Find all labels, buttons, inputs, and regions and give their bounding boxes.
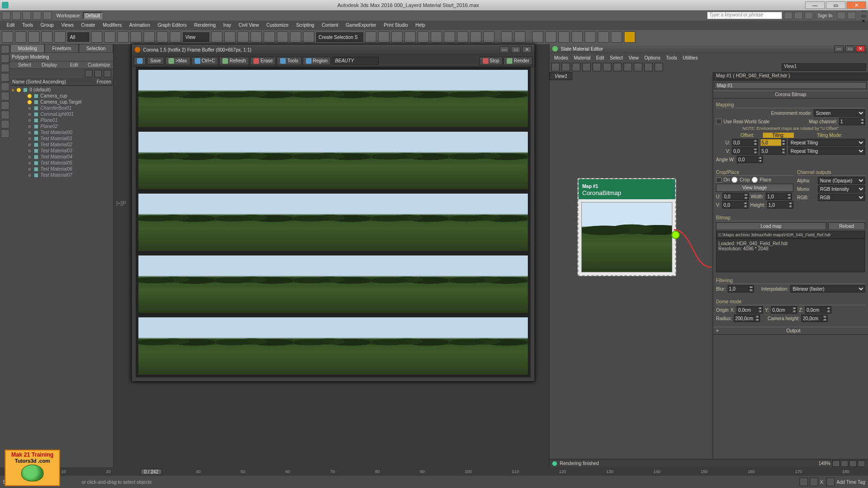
list-header-name[interactable]: Name (Sorted Ascending) (12, 79, 97, 84)
explorer-menu-display[interactable]: Display (37, 62, 62, 68)
explorer-menu-edit[interactable]: Edit (62, 62, 87, 68)
fb-stop-button[interactable]: Stop (480, 57, 503, 65)
render-prod-icon[interactable] (483, 31, 495, 43)
spinner-snap-icon[interactable] (290, 31, 301, 43)
u-tiling-mode-dropdown[interactable]: Repeat Tiling (788, 139, 865, 146)
bulb-icon[interactable] (27, 149, 32, 153)
tree-item[interactable]: Plane01 (10, 117, 113, 123)
corona-frame-buffer-window[interactable]: Corona 1.5 (hotfix 2) Frame Buffer (800×… (131, 44, 535, 382)
fb-region-button[interactable]: Region (303, 57, 331, 65)
qa-save-icon[interactable] (23, 11, 31, 20)
bitmap-path[interactable]: C:\Maps archivio 3dmax\hdri maps\HDR_040… (716, 231, 865, 239)
rws-checkbox[interactable] (716, 119, 722, 124)
tree-item[interactable]: Camera_cup (10, 93, 113, 99)
strip-btn[interactable] (1, 101, 9, 110)
bulb-icon[interactable] (16, 88, 21, 92)
bulb-icon[interactable] (27, 155, 32, 159)
menu-group[interactable]: Group (37, 21, 58, 30)
sme-menu-modes[interactable]: Modes (551, 55, 571, 60)
u-tiling-spinner[interactable] (761, 140, 781, 145)
lock-panel-icon[interactable] (94, 70, 102, 77)
rendered-frame-icon[interactable] (470, 31, 481, 43)
signin-link[interactable]: Sign In (818, 13, 832, 18)
sme-bg-icon[interactable] (624, 63, 632, 71)
link-icon[interactable] (28, 31, 39, 43)
v-offset-spinner[interactable] (732, 149, 753, 154)
viewport-label[interactable]: [+][P (116, 201, 126, 206)
interp-dropdown[interactable]: Bilinear (faster) (790, 285, 865, 293)
sme-sample-icon[interactable] (613, 63, 622, 71)
tree-item[interactable]: Test Material04 (10, 154, 113, 160)
sme-assign-icon[interactable] (562, 63, 570, 71)
reload-button[interactable]: Reload (828, 222, 866, 230)
render-icon[interactable] (514, 31, 525, 43)
menu-create[interactable]: Create (77, 21, 99, 30)
ribbon-tab-freeform[interactable]: Freeform (45, 44, 79, 53)
schematic-icon[interactable] (431, 31, 442, 43)
menu-gameexporter[interactable]: GameExporter (342, 21, 380, 30)
particle-icon[interactable] (598, 31, 609, 43)
help-icon[interactable] (847, 12, 856, 19)
qa-new-icon[interactable] (2, 11, 10, 20)
region-render-icon[interactable] (501, 31, 512, 43)
infocenter-icon[interactable] (784, 12, 792, 19)
community-icon[interactable] (794, 12, 803, 19)
tree-item[interactable]: Test Material02 (10, 142, 113, 148)
sme-nav-icon[interactable] (655, 63, 663, 71)
u-offset-spinner[interactable] (732, 140, 753, 145)
move-icon[interactable] (144, 31, 155, 43)
angle-snap-icon[interactable] (264, 31, 275, 43)
sme-menu-utilities[interactable]: Utilities (680, 55, 700, 60)
origin-z-spinner[interactable] (806, 308, 826, 313)
tree-item[interactable]: Test Material05 (10, 160, 113, 166)
scale-icon[interactable] (170, 31, 181, 43)
sme-nav-icon[interactable] (832, 460, 840, 467)
select-rect-icon[interactable] (117, 31, 129, 43)
sme-view-dropdown[interactable]: View1 (782, 63, 866, 71)
manip-icon[interactable] (224, 31, 236, 43)
snap-icon[interactable] (810, 478, 818, 486)
env-mode-dropdown[interactable]: Screen (814, 109, 865, 117)
blur-spinner[interactable] (728, 286, 749, 292)
crop-on-checkbox[interactable] (716, 177, 722, 183)
strip-btn[interactable] (1, 83, 9, 91)
crop-u-spinner[interactable] (723, 194, 744, 199)
bulb-icon[interactable] (27, 167, 32, 172)
alpha-dropdown[interactable]: None (Opaque) (818, 177, 865, 184)
rollup-corona-bitmap[interactable]: Corona Bitmap (713, 90, 868, 98)
named-selection-dropdown[interactable]: Create Selection S (316, 32, 363, 42)
bulb-icon[interactable] (27, 130, 32, 135)
qa-open-icon[interactable] (12, 11, 21, 20)
fb-min-button[interactable]: — (500, 46, 509, 53)
sme-min-button[interactable]: — (834, 45, 844, 52)
fb-tomax-button[interactable]: >Max (165, 57, 190, 65)
bulb-icon[interactable] (27, 94, 32, 98)
v-tiling-mode-dropdown[interactable]: Repeat Tiling (788, 147, 865, 155)
anglew-spinner[interactable] (737, 157, 758, 162)
graph-node-map1[interactable]: Map #1 CoronaBitmap (578, 178, 676, 276)
menu-modifiers[interactable]: Modifiers (99, 21, 126, 30)
qa-redo-icon[interactable] (43, 11, 52, 20)
undo-icon[interactable] (2, 31, 13, 43)
sme-nav-icon[interactable] (841, 460, 848, 467)
menu-content[interactable]: Content (318, 21, 342, 30)
sme-menu-select[interactable]: Select (607, 55, 626, 60)
doc-close-button[interactable]: ✕ (861, 18, 866, 23)
window-crossing-icon[interactable] (130, 31, 142, 43)
origin-y-spinner[interactable] (771, 308, 792, 313)
mono-dropdown[interactable]: RGB Intensity (818, 185, 865, 193)
strip-btn[interactable] (1, 120, 9, 128)
strip-btn[interactable] (1, 111, 9, 119)
sme-graph-area[interactable]: View1 Map #1 CoronaBitmap (549, 72, 713, 467)
bulb-icon[interactable] (27, 100, 32, 105)
sme-move-icon[interactable] (582, 63, 591, 71)
close-panel-icon[interactable] (85, 70, 92, 77)
select-name-icon[interactable] (104, 31, 115, 43)
populate-icon[interactable] (571, 31, 583, 43)
align-icon[interactable] (378, 31, 389, 43)
curve-editor-icon[interactable] (418, 31, 429, 43)
view-image-button[interactable]: View Image (716, 184, 793, 192)
lock-icon[interactable] (799, 478, 808, 486)
select-icon[interactable] (91, 31, 102, 43)
strip-btn[interactable] (1, 45, 9, 53)
